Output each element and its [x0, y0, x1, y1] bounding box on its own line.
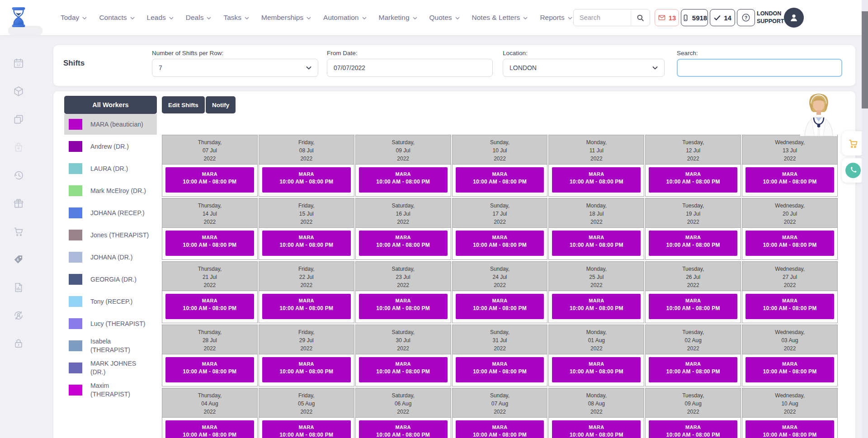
cart-icon[interactable] — [13, 226, 24, 237]
worker-item[interactable]: GEORGIA (DR.) — [64, 269, 157, 290]
shift-block[interactable]: MARA10:00 AM - 08:00 PM — [262, 294, 351, 319]
worker-item[interactable]: Lucy (THERAPIST) — [64, 313, 157, 334]
shift-block[interactable]: MARA10:00 AM - 08:00 PM — [552, 294, 641, 319]
worker-item[interactable]: Mark McElroy (DR.) — [64, 180, 157, 201]
worker-item[interactable]: Jones (THERAPIST) — [64, 225, 157, 245]
shift-block[interactable]: MARA10:00 AM - 08:00 PM — [745, 167, 834, 193]
gift-icon[interactable] — [13, 198, 24, 209]
shift-block[interactable]: MARA10:00 AM - 08:00 PM — [165, 167, 254, 193]
shift-block[interactable]: MARA10:00 AM - 08:00 PM — [165, 231, 254, 256]
day-weekday: Tuesday, — [646, 265, 741, 273]
worker-item[interactable]: JOHANA (DR.) — [64, 247, 157, 268]
shift-block[interactable]: MARA10:00 AM - 08:00 PM — [456, 231, 544, 256]
shift-block[interactable]: MARA10:00 AM - 08:00 PM — [165, 294, 254, 319]
worker-item[interactable]: JOHANA (RECEP.) — [64, 203, 157, 223]
all-workers-button[interactable]: All Workers — [64, 96, 157, 114]
calendar-icon[interactable]: 12 — [13, 57, 24, 69]
nav-item-today[interactable]: Today — [61, 14, 87, 22]
shift-block[interactable]: MARA10:00 AM - 08:00 PM — [456, 357, 544, 382]
shift-block[interactable]: MARA10:00 AM - 08:00 PM — [262, 357, 351, 382]
worker-item[interactable]: Tony (RECEP.) — [64, 291, 157, 312]
worker-item[interactable]: Andrew (DR.) — [64, 136, 157, 157]
page-scrollbar-track[interactable] — [862, 0, 868, 438]
price-tag-icon[interactable]: $ — [13, 254, 24, 265]
shift-block[interactable]: MARA10:00 AM - 08:00 PM — [649, 357, 737, 382]
shift-block[interactable]: MARA10:00 AM - 08:00 PM — [165, 357, 254, 382]
lock-icon[interactable] — [13, 338, 24, 349]
shopping-bag-icon[interactable] — [13, 141, 24, 153]
worker-item[interactable]: Maxim (THERAPIST) — [64, 380, 157, 400]
edit-shifts-button[interactable]: Edit Shifts — [162, 96, 205, 113]
nav-item-marketing[interactable]: Marketing — [379, 14, 417, 22]
shift-block[interactable]: MARA10:00 AM - 08:00 PM — [262, 167, 351, 193]
shift-search-input[interactable] — [677, 59, 842, 77]
phone-notifications-button[interactable]: 5918 — [681, 9, 708, 26]
shift-block[interactable]: MARA10:00 AM - 08:00 PM — [649, 420, 737, 438]
cart-fab-button[interactable] — [842, 131, 864, 155]
shift-block[interactable]: MARA10:00 AM - 08:00 PM — [745, 357, 834, 382]
shift-block[interactable]: MARA10:00 AM - 08:00 PM — [552, 357, 641, 382]
nav-item-reports[interactable]: Reports — [540, 14, 572, 22]
shift-block[interactable]: MARA10:00 AM - 08:00 PM — [165, 420, 254, 438]
worker-item[interactable]: Isabela (THERAPIST) — [64, 335, 157, 356]
phone-fab-button[interactable] — [842, 158, 864, 183]
shift-block[interactable]: MARA10:00 AM - 08:00 PM — [552, 231, 641, 256]
location-select[interactable]: LONDON — [503, 59, 665, 77]
shift-block[interactable]: MARA10:00 AM - 08:00 PM — [262, 231, 351, 256]
notify-button[interactable]: Notify — [206, 96, 236, 113]
shift-block[interactable]: MARA10:00 AM - 08:00 PM — [649, 231, 737, 256]
day-cell: Wednesday,10 Aug2022MARA10:00 AM - 08:00… — [742, 388, 838, 438]
worker-item[interactable]: LAURA (DR.) — [64, 158, 157, 179]
copy-icon[interactable] — [13, 113, 24, 125]
shift-block[interactable]: MARA10:00 AM - 08:00 PM — [359, 294, 448, 319]
shift-block[interactable]: MARA10:00 AM - 08:00 PM — [745, 231, 834, 256]
shift-block[interactable]: MARA10:00 AM - 08:00 PM — [262, 420, 351, 438]
shift-block[interactable]: MARA10:00 AM - 08:00 PM — [456, 420, 544, 438]
shift-block[interactable]: MARA10:00 AM - 08:00 PM — [649, 294, 737, 319]
nav-item-notes-letters[interactable]: Notes & Letters — [472, 14, 528, 22]
shift-time: 10:00 AM - 08:00 PM — [552, 242, 641, 248]
worker-color-swatch — [69, 163, 82, 174]
shifts-per-row-select[interactable]: 7 — [152, 59, 318, 77]
nav-item-quotes[interactable]: Quotes — [429, 14, 460, 22]
shift-time: 10:00 AM - 08:00 PM — [165, 368, 254, 375]
user-avatar[interactable] — [784, 8, 804, 28]
global-search-input[interactable] — [574, 9, 631, 26]
shift-block[interactable]: MARA10:00 AM - 08:00 PM — [359, 420, 448, 438]
nav-item-leads[interactable]: Leads — [147, 14, 174, 22]
nav-item-memberships[interactable]: Memberships — [261, 14, 311, 22]
worker-item[interactable]: MARA (beautician) — [64, 114, 157, 135]
nav-item-automation[interactable]: Automation — [323, 14, 366, 22]
day-header: Monday,11 Jul2022 — [549, 135, 644, 165]
day-year: 2022 — [549, 281, 644, 289]
nav-item-tasks[interactable]: Tasks — [223, 14, 249, 22]
help-button[interactable]: ? — [737, 9, 755, 26]
search-icon[interactable] — [631, 9, 650, 26]
page-scrollbar-thumb[interactable] — [862, 11, 868, 108]
app-logo-hourglass-icon[interactable] — [7, 5, 30, 29]
user-sync-icon[interactable] — [13, 310, 24, 321]
mail-count: 13 — [669, 14, 676, 22]
from-date-input[interactable] — [327, 59, 493, 77]
shift-block[interactable]: MARA10:00 AM - 08:00 PM — [552, 420, 641, 438]
shift-block[interactable]: MARA10:00 AM - 08:00 PM — [745, 294, 834, 319]
day-date: 10 Jul — [453, 146, 547, 155]
shift-block[interactable]: MARA10:00 AM - 08:00 PM — [359, 357, 448, 382]
shift-block[interactable]: MARA10:00 AM - 08:00 PM — [359, 167, 448, 193]
nav-item-contacts[interactable]: Contacts — [99, 14, 134, 22]
shift-block[interactable]: MARA10:00 AM - 08:00 PM — [745, 420, 834, 438]
mail-notifications-button[interactable]: 13 — [655, 9, 679, 26]
tasks-done-button[interactable]: 14 — [710, 9, 735, 26]
report-icon[interactable] — [13, 282, 24, 293]
shift-block[interactable]: MARA10:00 AM - 08:00 PM — [552, 167, 641, 193]
shift-block[interactable]: MARA10:00 AM - 08:00 PM — [649, 167, 737, 193]
shift-block[interactable]: MARA10:00 AM - 08:00 PM — [456, 167, 544, 193]
shift-time: 10:00 AM - 08:00 PM — [456, 368, 544, 375]
history-icon[interactable] — [13, 170, 24, 181]
worker-item[interactable]: MARK JOHNES (DR.) — [64, 358, 157, 378]
shift-block[interactable]: MARA10:00 AM - 08:00 PM — [456, 294, 544, 319]
shift-block[interactable]: MARA10:00 AM - 08:00 PM — [359, 231, 448, 256]
day-date: 15 Jul — [259, 210, 354, 218]
nav-item-deals[interactable]: Deals — [186, 14, 212, 22]
cube-icon[interactable] — [13, 85, 24, 97]
